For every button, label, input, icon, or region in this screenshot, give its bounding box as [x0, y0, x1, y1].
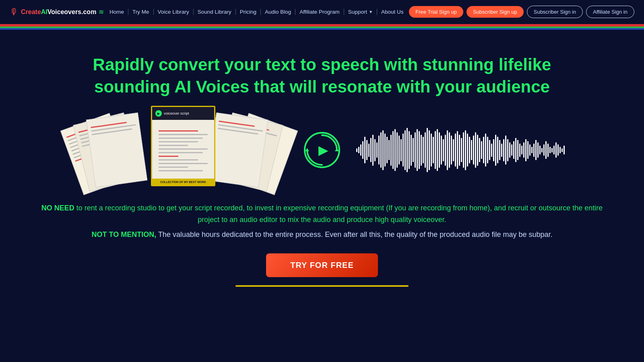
not-to-mention-highlight: NOT TO MENTION,: [92, 230, 157, 239]
waveform-bar: [481, 141, 482, 159]
waveform-bar: [505, 136, 506, 165]
waveform-bar: [411, 135, 412, 166]
waveform-bar: [511, 144, 512, 156]
waveform-bar: [559, 147, 561, 154]
waveform-bar: [449, 132, 450, 168]
chevron-down-icon: ▼: [369, 10, 373, 14]
doc-back-page-left: [86, 113, 147, 187]
waveform-bar: [415, 132, 416, 168]
navbar: 🎙 CreateAIVoiceovers.com ≋ Home Try Me V…: [0, 0, 644, 24]
waveform-bar: [374, 139, 376, 161]
visual-area: ▶ voiceover script COLLECTION OF MY BEST…: [32, 114, 612, 186]
logo[interactable]: 🎙 CreateAIVoiceovers.com ≋: [10, 7, 104, 17]
waveform-bar: [368, 144, 369, 157]
waveform-bar: [473, 136, 474, 165]
waveform-bar: [564, 146, 565, 154]
waveform-bar: [485, 134, 486, 167]
waveform-bar: [527, 141, 528, 159]
nav-affiliate-program[interactable]: Affiliate Program: [295, 9, 344, 15]
waveform-bar: [419, 131, 420, 169]
waveform-bar: [469, 137, 470, 163]
nav-pricing[interactable]: Pricing: [236, 9, 261, 15]
waveform-bar: [477, 135, 478, 166]
waveform-bar: [471, 140, 472, 160]
waveform-bar: [551, 148, 553, 152]
waveform-bar: [513, 141, 514, 159]
waveform-bar: [360, 144, 361, 156]
waveform-bar: [499, 140, 500, 160]
waveform-bar: [495, 135, 496, 166]
free-trial-button[interactable]: Free Trial Sign up: [409, 6, 463, 18]
waveform-bar: [453, 139, 454, 161]
logo-wave-icon: ≋: [99, 8, 104, 16]
featured-doc-footer: COLLECTION OF MY BEST WORK: [152, 179, 214, 185]
waveform-bar: [447, 130, 448, 170]
waveform-bar: [421, 135, 422, 166]
no-need-highlight: NO NEED: [41, 204, 74, 212]
waveform-bar: [366, 140, 367, 160]
nav-sound-library[interactable]: Sound Library: [194, 9, 236, 15]
yellow-divider: [235, 285, 409, 287]
nav-support[interactable]: Support ▼: [344, 9, 377, 15]
hero-text-line2: NOT TO MENTION, The valuable hours dedic…: [40, 229, 604, 241]
waveform-bar: [405, 130, 406, 170]
nav-audio-blog[interactable]: Audio Blog: [261, 9, 295, 15]
waveform-bar: [537, 142, 539, 158]
logo-ai: AI: [41, 8, 47, 15]
waveform-bar: [398, 136, 400, 165]
affiliate-signin-button[interactable]: Affiliate Sign in: [586, 6, 634, 18]
waveform-bar: [501, 144, 502, 157]
waveform-bar: [427, 128, 428, 172]
waveform-bar: [561, 148, 563, 152]
nav-home[interactable]: Home: [105, 9, 128, 15]
waveform-bar: [549, 147, 551, 154]
nav-about-us[interactable]: About Us: [377, 9, 408, 15]
waveform-bar: [475, 132, 476, 168]
waveform-bar: [388, 140, 390, 160]
waveform-bar: [439, 132, 440, 168]
waveform-bar: [459, 135, 460, 166]
logo-rest: Voiceovers.com: [47, 8, 97, 15]
waveform-bar: [364, 137, 365, 163]
nav-try-me[interactable]: Try Me: [128, 9, 154, 15]
documents-stack: ▶ voiceover script COLLECTION OF MY BEST…: [78, 114, 288, 186]
waveform-bar: [376, 142, 378, 158]
waveform-bar: [519, 144, 520, 157]
waveform-bar: [362, 141, 363, 159]
hero-text-line1: NO NEED to rent a recording studio to ge…: [40, 202, 604, 226]
waveform-bar: [370, 138, 372, 162]
waveform-bar: [479, 138, 480, 162]
hero-text-body: to rent a recording studio to get your s…: [76, 204, 603, 224]
waveform-bar: [429, 130, 430, 170]
subscriber-signup-button[interactable]: Subscriber Sign up: [466, 6, 524, 18]
featured-doc-title: voiceover script: [164, 111, 189, 115]
waveform-bar: [457, 131, 458, 169]
waveform-bar: [529, 144, 530, 156]
waveform-bar: [394, 129, 396, 171]
cta-section: TRY FOR FREE: [235, 253, 409, 287]
try-for-free-button[interactable]: TRY FOR FREE: [266, 253, 378, 277]
waveform-bar: [493, 139, 494, 161]
voiceover-icon: ▶: [155, 110, 162, 117]
waveform-bar: [372, 135, 374, 166]
waveform-bar: [461, 138, 462, 162]
waveform-bar: [507, 139, 508, 161]
svg-marker-0: [335, 148, 339, 151]
hero-section: Rapidly convert your text to speech with…: [0, 30, 644, 299]
logo-text: CreateAIVoiceovers.com: [21, 8, 96, 16]
hero-text: NO NEED to rent a recording studio to ge…: [40, 202, 604, 240]
waveform-bar: [531, 147, 533, 154]
waveform-bar: [509, 142, 510, 158]
waveform-bar: [491, 144, 492, 157]
waveform-bar: [543, 144, 545, 156]
waveform-bar: [441, 136, 442, 165]
waveform-bar: [557, 144, 559, 156]
waveform-bar: [539, 146, 541, 154]
play-button[interactable]: ▶: [304, 132, 340, 168]
subscriber-signin-button[interactable]: Subscriber Sign in: [527, 6, 583, 18]
nav-voice-library[interactable]: Voice Library: [154, 9, 194, 15]
waveform-bar: [467, 134, 468, 167]
colored-bars: [0, 24, 644, 30]
hero-headline: Rapidly convert your text to speech with…: [80, 54, 564, 98]
featured-doc-header: ▶ voiceover script: [152, 107, 214, 120]
